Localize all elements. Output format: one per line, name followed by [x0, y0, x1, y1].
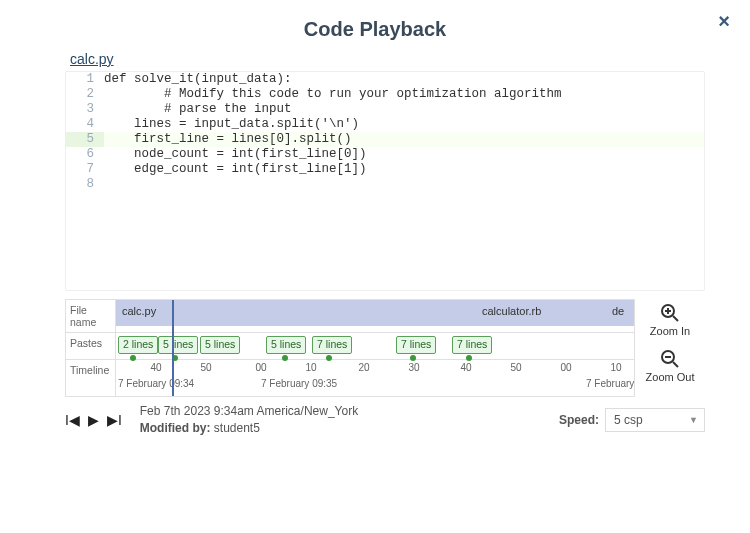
tick: 00 — [255, 362, 266, 373]
filename-lane: calc.pycalculator.rbde — [116, 300, 634, 326]
code-text — [104, 177, 704, 192]
paste-event[interactable]: 7 lines — [396, 336, 436, 354]
play-button[interactable]: ▶ — [88, 412, 99, 428]
code-line: 4 lines = input_data.split('\n') — [66, 117, 704, 132]
paste-event[interactable]: 7 lines — [452, 336, 492, 354]
tick: 50 — [200, 362, 211, 373]
code-text: first_line = lines[0].split() — [104, 132, 704, 147]
line-number: 3 — [66, 102, 104, 117]
paste-event[interactable]: 7 lines — [312, 336, 352, 354]
line-number: 2 — [66, 87, 104, 102]
paste-event[interactable]: 2 lines — [118, 336, 158, 354]
filename-label: File name — [66, 300, 116, 332]
prev-button[interactable]: I◀ — [65, 412, 80, 428]
zoom-out-icon — [660, 349, 680, 369]
modified-by-label: Modified by: — [140, 421, 211, 435]
file-segment[interactable]: calc.py — [116, 300, 476, 326]
file-link[interactable]: calc.py — [70, 51, 114, 67]
svg-line-5 — [673, 362, 678, 367]
code-line: 7 edge_count = int(first_line[1]) — [66, 162, 704, 177]
line-number: 1 — [66, 72, 104, 87]
zoom-in-button[interactable]: Zoom In — [635, 303, 705, 337]
code-line: 1def solve_it(input_data): — [66, 72, 704, 87]
speed-label: Speed: — [559, 413, 599, 427]
meta-block: Feb 7th 2023 9:34am America/New_York Mod… — [140, 403, 358, 437]
transport-controls: I◀ ▶ ▶I — [65, 412, 122, 428]
paste-event[interactable]: 5 lines — [200, 336, 240, 354]
tick-date: 7 February 09:35 — [261, 378, 337, 389]
code-text: node_count = int(first_line[0]) — [104, 147, 704, 162]
code-text: lines = input_data.split('\n') — [104, 117, 704, 132]
svg-line-1 — [673, 316, 678, 321]
line-number: 4 — [66, 117, 104, 132]
pastes-lane: 2 lines5 lines5 lines5 lines7 lines7 lin… — [116, 333, 634, 359]
paste-event[interactable]: 5 lines — [266, 336, 306, 354]
code-line: 3 # parse the input — [66, 102, 704, 117]
code-line: 6 node_count = int(first_line[0]) — [66, 147, 704, 162]
row-filename: File name calc.pycalculator.rbde — [66, 300, 634, 333]
line-number: 7 — [66, 162, 104, 177]
row-pastes: Pastes 2 lines5 lines5 lines5 lines7 lin… — [66, 333, 634, 360]
pastes-label: Pastes — [66, 333, 116, 359]
tick: 10 — [610, 362, 621, 373]
code-text: # Modify this code to run your optimizat… — [104, 87, 704, 102]
chevron-down-icon: ▼ — [689, 415, 698, 425]
zoom-in-label: Zoom In — [650, 325, 690, 337]
timestamp: Feb 7th 2023 9:34am America/New_York — [140, 403, 358, 420]
timeline-label: Timeline — [66, 360, 116, 396]
file-segment[interactable]: de — [606, 300, 635, 326]
code-text: # parse the input — [104, 102, 704, 117]
footer: I◀ ▶ ▶I Feb 7th 2023 9:34am America/New_… — [65, 403, 705, 437]
page-title: Code Playback — [0, 18, 750, 41]
tick: 50 — [510, 362, 521, 373]
timeline-lane[interactable]: 405000102030405000107 February 09:347 Fe… — [116, 360, 634, 396]
code-editor: 1def solve_it(input_data):2 # Modify thi… — [65, 71, 705, 291]
code-line: 8 — [66, 177, 704, 192]
tick: 20 — [358, 362, 369, 373]
modified-by-value: student5 — [214, 421, 260, 435]
tick-date: 7 February 09: — [586, 378, 635, 389]
tick: 10 — [305, 362, 316, 373]
line-number: 8 — [66, 177, 104, 192]
timeline-grid: File name calc.pycalculator.rbde Pastes … — [65, 299, 635, 397]
code-text: edge_count = int(first_line[1]) — [104, 162, 704, 177]
line-number: 6 — [66, 147, 104, 162]
speed-select[interactable]: 5 csp ▼ — [605, 408, 705, 432]
tick: 40 — [460, 362, 471, 373]
code-line: 5 first_line = lines[0].split() — [66, 132, 704, 147]
tick: 40 — [150, 362, 161, 373]
tick: 00 — [560, 362, 571, 373]
close-icon[interactable]: × — [718, 10, 730, 33]
code-line: 2 # Modify this code to run your optimiz… — [66, 87, 704, 102]
line-number: 5 — [66, 132, 104, 147]
zoom-in-icon — [660, 303, 680, 323]
zoom-controls: Zoom In Zoom Out — [635, 299, 705, 397]
code-text: def solve_it(input_data): — [104, 72, 704, 87]
tick: 30 — [408, 362, 419, 373]
row-timeline: Timeline 405000102030405000107 February … — [66, 360, 634, 396]
next-button[interactable]: ▶I — [107, 412, 122, 428]
zoom-out-button[interactable]: Zoom Out — [635, 349, 705, 383]
file-segment[interactable]: calculator.rb — [476, 300, 606, 326]
speed-value: 5 csp — [614, 413, 643, 427]
tick-date: 7 February 09:34 — [118, 378, 194, 389]
paste-event[interactable]: 5 lines — [158, 336, 198, 354]
zoom-out-label: Zoom Out — [646, 371, 695, 383]
